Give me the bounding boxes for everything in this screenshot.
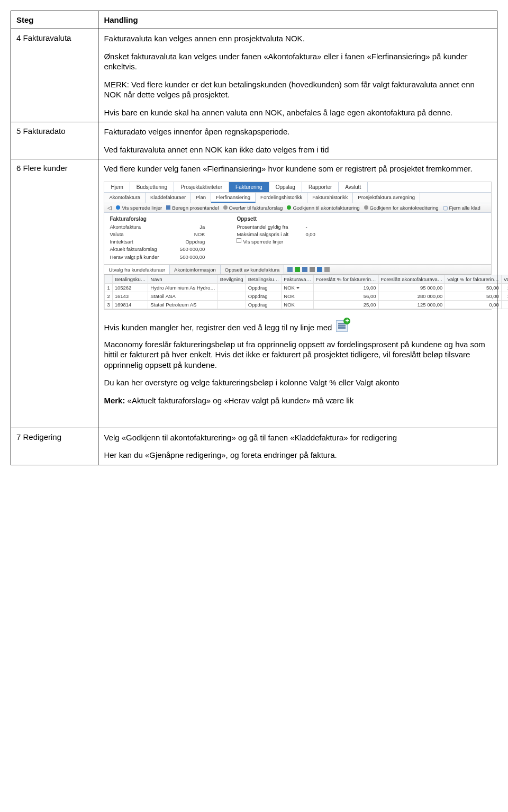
main-tab[interactable]: Oppslag — [269, 182, 302, 192]
grid-cell: 2 — [105, 292, 112, 300]
sub-tab[interactable]: Flerfinansiering — [211, 193, 256, 203]
text: Her kan du «Gjenåpne redigering», og for… — [104, 450, 492, 461]
toolbar-icon[interactable] — [317, 267, 322, 272]
inner-tab[interactable]: Utvalg fra kundefakturaer — [104, 265, 170, 274]
grid-cell: 19,00 — [314, 283, 379, 292]
toolbar-icon[interactable] — [302, 267, 307, 272]
main-tab[interactable]: Budsjettering — [130, 182, 174, 192]
kv-val: 500 000,00 — [173, 246, 205, 253]
panel-title: Fakturaforslag — [110, 216, 205, 222]
grid-cell: 169814 — [112, 300, 148, 309]
step-4-content: Fakturavaluta kan velges annen enn prosj… — [98, 29, 497, 122]
nav-prev-icon[interactable]: ◁ — [107, 205, 112, 211]
grid-header[interactable]: Valgt, akonto — [501, 275, 508, 283]
fjern-action[interactable]: ▢Fjern alle klad — [443, 205, 480, 211]
table-row[interactable]: 216143Statoil ASAOppdragNOK56,00280 000,… — [105, 292, 508, 300]
sub-tab[interactable]: Fakturahistorikk — [307, 193, 353, 203]
text: Velg «Godkjenn til akontofakturering» og… — [104, 432, 492, 443]
text: Maconomy foreslår faktureringsbeløp ut f… — [104, 339, 492, 371]
grid-cell: Hydro Aluminium As Hydro… — [148, 283, 217, 292]
add-line-text: Hvis kunden mangler her, registrer den v… — [104, 320, 492, 332]
kv-key: Aktuelt fakturaforslag — [110, 246, 173, 253]
grid-header[interactable]: Fakturava… — [282, 275, 314, 283]
vis-sperrede-action[interactable]: Vis sperrede linjer — [116, 205, 162, 211]
kv-key: Valuta — [110, 231, 173, 238]
grid-header[interactable]: Betalingsku… — [112, 275, 148, 283]
inner-tab[interactable]: Akontoinformasjon — [170, 265, 221, 274]
step-7-label: 7 Redigering — [11, 428, 98, 465]
text: Ønsket fakturavaluta kan velges under fa… — [104, 51, 492, 72]
grid-cell: 16143 — [112, 292, 148, 300]
main-tab[interactable]: Hjem — [104, 182, 130, 192]
toolbar-icon[interactable] — [287, 267, 293, 272]
main-tab[interactable]: Rapporter — [302, 182, 339, 192]
grid-cell: Oppdrag — [246, 283, 282, 292]
header-step: Steg — [11, 11, 98, 29]
step-6-label: 6 Flere kunder — [11, 159, 98, 428]
grid-cell: 1 — [105, 283, 112, 292]
grid-cell: NOK — [282, 300, 314, 309]
text: Hvis kunden mangler her, registrer den v… — [104, 323, 332, 332]
grid-cell: NOK — [282, 292, 314, 300]
sub-tab[interactable]: Akontofaktura — [104, 193, 146, 203]
grid-cell: 105262 — [112, 283, 148, 292]
main-nav: HjemBudsjetteringProsjektaktiviteterFakt… — [104, 182, 491, 193]
table-row[interactable]: 3169814Statoil Petroleum ASOppdragNOK25,… — [105, 300, 508, 309]
text: Fakturadato velges innenfor åpen regnska… — [104, 127, 492, 137]
godkjenn-action[interactable]: Godkjenn til akontofakturering — [287, 205, 359, 211]
add-row-icon[interactable] — [336, 320, 348, 332]
text: Hvis bare en kunde skal ha annen valuta … — [104, 107, 492, 118]
godkjenn-kred-action[interactable]: Godkjenn for akontokreditering — [364, 205, 439, 211]
grid-cell: Statoil ASA — [148, 292, 217, 300]
fakturaforslag-panel: Fakturaforslag AkontofakturaJaValutaNOKI… — [110, 216, 205, 261]
table-row[interactable]: 1105262Hydro Aluminium As Hydro…OppdragN… — [105, 283, 508, 292]
main-tab[interactable]: Fakturering — [229, 182, 269, 192]
row-5: 5 Fakturadato Fakturadato velges innenfo… — [11, 122, 497, 159]
overfor-action[interactable]: Overfør til fakturaforslag — [223, 205, 283, 211]
kv-key: Inntektsart — [110, 238, 173, 246]
grid-header[interactable]: Foreslått % for fakturerin… — [314, 275, 379, 283]
grid-header[interactable]: Valgt % for fakturerin… — [445, 275, 502, 283]
main-tab[interactable]: Avslutt — [339, 182, 368, 192]
grid-cell: Statoil Petroleum AS — [148, 300, 217, 309]
grid-cell — [217, 292, 246, 300]
panel-title: Oppsett — [237, 216, 315, 222]
step-7-content: Velg «Godkjenn til akontofakturering» og… — [98, 428, 497, 465]
grid-cell: 50,00 — [445, 292, 502, 300]
inner-tabs: Utvalg fra kundefakturaerAkontoinformasj… — [104, 265, 491, 275]
step-4-label: 4 Fakturavaluta — [11, 29, 98, 122]
kv-val: - — [300, 223, 307, 231]
toolbar-icon[interactable] — [310, 267, 315, 272]
grid-header[interactable]: Bevilgning — [217, 275, 246, 283]
row-7: 7 Redigering Velg «Godkjenn til akontofa… — [11, 428, 497, 465]
step-5-label: 5 Fakturadato — [11, 122, 98, 159]
beregn-action[interactable]: Beregn prosentandel — [166, 205, 219, 211]
sub-tab[interactable]: Prosjektfaktura avregning — [353, 193, 420, 203]
row-4: 4 Fakturavaluta Fakturavaluta kan velges… — [11, 29, 497, 122]
kv-key: Vis sperrede linjer — [243, 238, 306, 246]
grid-cell: Oppdrag — [246, 292, 282, 300]
grid-cell: 0,00 — [445, 300, 502, 309]
sub-tab[interactable]: Fordelingshistorikk — [256, 193, 307, 203]
sub-tab[interactable]: Kladdefakturaer — [146, 193, 191, 203]
inner-tab[interactable]: Oppsett av kundefaktura — [221, 265, 285, 274]
grid-header[interactable]: Navn — [148, 275, 217, 283]
grid-header[interactable] — [105, 275, 112, 283]
toolbar: ◁ Vis sperrede linjer Beregn prosentande… — [104, 203, 491, 213]
summary-panel: Fakturaforslag AkontofakturaJaValutaNOKI… — [104, 213, 491, 265]
header-action: Handling — [98, 11, 497, 29]
checkbox-icon[interactable] — [237, 238, 241, 243]
grid-header[interactable]: Foreslått akontofakturava… — [378, 275, 445, 283]
sub-tab[interactable]: Plan — [191, 193, 211, 203]
chevron-down-icon[interactable] — [296, 287, 300, 289]
toolbar-icon[interactable] — [295, 267, 300, 272]
grid-header[interactable]: Betalingsku… — [246, 275, 282, 283]
text: MERK: Ved flere kunder er det kun betali… — [104, 79, 492, 100]
main-tab[interactable]: Prosjektaktiviteter — [174, 182, 229, 192]
step-5-content: Fakturadato velges innenfor åpen regnska… — [98, 122, 497, 159]
grid-cell: 125 000,00 — [378, 300, 445, 309]
sub-nav: AkontofakturaKladdefakturaerPlanFlerfina… — [104, 193, 491, 203]
kv-key: Maksimal salgspris i alt — [237, 231, 300, 238]
toolbar-icon[interactable] — [324, 267, 330, 272]
kv-key: Akontofaktura — [110, 223, 173, 231]
